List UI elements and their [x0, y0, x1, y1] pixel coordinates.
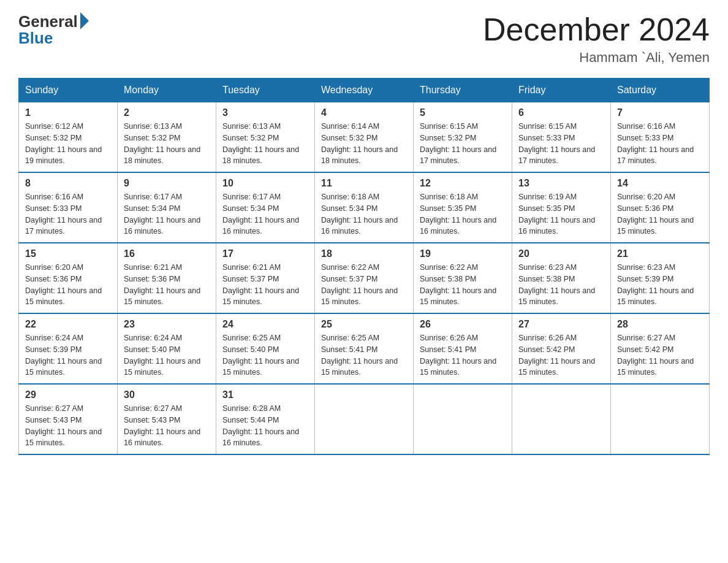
- calendar-day: 18 Sunrise: 6:22 AMSunset: 5:37 PMDaylig…: [315, 243, 414, 313]
- day-info: Sunrise: 6:13 AMSunset: 5:32 PMDaylight:…: [222, 122, 299, 165]
- day-info: Sunrise: 6:27 AMSunset: 5:42 PMDaylight:…: [617, 334, 694, 377]
- day-number: 3: [222, 107, 308, 118]
- day-info: Sunrise: 6:23 AMSunset: 5:38 PMDaylight:…: [518, 263, 595, 306]
- calendar-header-row: SundayMondayTuesdayWednesdayThursdayFrid…: [19, 79, 710, 102]
- day-info: Sunrise: 6:22 AMSunset: 5:37 PMDaylight:…: [321, 263, 398, 306]
- calendar-day: 14 Sunrise: 6:20 AMSunset: 5:36 PMDaylig…: [611, 172, 710, 243]
- day-info: Sunrise: 6:24 AMSunset: 5:40 PMDaylight:…: [124, 334, 200, 377]
- day-number: 25: [321, 319, 407, 330]
- day-info: Sunrise: 6:19 AMSunset: 5:35 PMDaylight:…: [518, 193, 595, 236]
- day-number: 13: [518, 178, 604, 189]
- day-info: Sunrise: 6:26 AMSunset: 5:42 PMDaylight:…: [518, 334, 595, 377]
- day-info: Sunrise: 6:20 AMSunset: 5:36 PMDaylight:…: [25, 263, 102, 306]
- calendar-week-4: 22 Sunrise: 6:24 AMSunset: 5:39 PMDaylig…: [19, 313, 710, 384]
- day-number: 22: [25, 319, 111, 330]
- header-wednesday: Wednesday: [315, 79, 414, 102]
- calendar-week-3: 15 Sunrise: 6:20 AMSunset: 5:36 PMDaylig…: [19, 243, 710, 313]
- calendar-day: 2 Sunrise: 6:13 AMSunset: 5:32 PMDayligh…: [118, 102, 216, 173]
- calendar-day: 30 Sunrise: 6:27 AMSunset: 5:43 PMDaylig…: [118, 384, 216, 454]
- calendar-day: 25 Sunrise: 6:25 AMSunset: 5:41 PMDaylig…: [315, 313, 414, 384]
- calendar-day: [611, 384, 710, 454]
- calendar-table: SundayMondayTuesdayWednesdayThursdayFrid…: [18, 78, 710, 455]
- day-number: 21: [617, 248, 703, 259]
- calendar-day: 5 Sunrise: 6:15 AMSunset: 5:32 PMDayligh…: [414, 102, 512, 173]
- day-number: 5: [420, 107, 506, 118]
- day-number: 28: [617, 319, 703, 330]
- day-info: Sunrise: 6:17 AMSunset: 5:34 PMDaylight:…: [222, 193, 299, 236]
- calendar-day: [512, 384, 611, 454]
- calendar-day: 28 Sunrise: 6:27 AMSunset: 5:42 PMDaylig…: [611, 313, 710, 384]
- day-info: Sunrise: 6:18 AMSunset: 5:34 PMDaylight:…: [321, 193, 398, 236]
- day-info: Sunrise: 6:23 AMSunset: 5:39 PMDaylight:…: [617, 263, 694, 306]
- day-info: Sunrise: 6:14 AMSunset: 5:32 PMDaylight:…: [321, 122, 398, 165]
- calendar-day: 16 Sunrise: 6:21 AMSunset: 5:36 PMDaylig…: [118, 243, 216, 313]
- day-number: 2: [124, 107, 210, 118]
- calendar-day: 26 Sunrise: 6:26 AMSunset: 5:41 PMDaylig…: [414, 313, 512, 384]
- calendar-day: 13 Sunrise: 6:19 AMSunset: 5:35 PMDaylig…: [512, 172, 611, 243]
- day-info: Sunrise: 6:15 AMSunset: 5:32 PMDaylight:…: [420, 122, 496, 165]
- day-info: Sunrise: 6:25 AMSunset: 5:41 PMDaylight:…: [321, 334, 398, 377]
- day-number: 7: [617, 107, 703, 118]
- day-info: Sunrise: 6:27 AMSunset: 5:43 PMDaylight:…: [124, 404, 200, 447]
- day-number: 15: [25, 248, 111, 259]
- day-number: 6: [518, 107, 604, 118]
- day-number: 27: [518, 319, 604, 330]
- calendar-day: 12 Sunrise: 6:18 AMSunset: 5:35 PMDaylig…: [414, 172, 512, 243]
- day-number: 23: [124, 319, 210, 330]
- day-info: Sunrise: 6:28 AMSunset: 5:44 PMDaylight:…: [222, 404, 299, 447]
- header-thursday: Thursday: [414, 79, 512, 102]
- calendar-day: 3 Sunrise: 6:13 AMSunset: 5:32 PMDayligh…: [216, 102, 315, 173]
- title-block: December 2024 Hammam `Ali, Yemen: [483, 12, 710, 66]
- calendar-day: 31 Sunrise: 6:28 AMSunset: 5:44 PMDaylig…: [216, 384, 315, 454]
- day-info: Sunrise: 6:18 AMSunset: 5:35 PMDaylight:…: [420, 193, 496, 236]
- day-number: 10: [222, 178, 308, 189]
- calendar-day: 29 Sunrise: 6:27 AMSunset: 5:43 PMDaylig…: [19, 384, 118, 454]
- calendar-day: 9 Sunrise: 6:17 AMSunset: 5:34 PMDayligh…: [118, 172, 216, 243]
- calendar-week-1: 1 Sunrise: 6:12 AMSunset: 5:32 PMDayligh…: [19, 102, 710, 173]
- day-number: 19: [420, 248, 506, 259]
- calendar-week-5: 29 Sunrise: 6:27 AMSunset: 5:43 PMDaylig…: [19, 384, 710, 454]
- header-sunday: Sunday: [19, 79, 118, 102]
- day-number: 4: [321, 107, 407, 118]
- calendar-day: 21 Sunrise: 6:23 AMSunset: 5:39 PMDaylig…: [611, 243, 710, 313]
- day-info: Sunrise: 6:16 AMSunset: 5:33 PMDaylight:…: [617, 122, 694, 165]
- header-friday: Friday: [512, 79, 611, 102]
- logo: General Blue: [18, 12, 89, 48]
- logo-blue-text: Blue: [18, 29, 89, 48]
- day-number: 1: [25, 107, 111, 118]
- day-info: Sunrise: 6:20 AMSunset: 5:36 PMDaylight:…: [617, 193, 694, 236]
- day-info: Sunrise: 6:21 AMSunset: 5:37 PMDaylight:…: [222, 263, 299, 306]
- day-number: 26: [420, 319, 506, 330]
- day-info: Sunrise: 6:24 AMSunset: 5:39 PMDaylight:…: [25, 334, 102, 377]
- calendar-day: 20 Sunrise: 6:23 AMSunset: 5:38 PMDaylig…: [512, 243, 611, 313]
- day-info: Sunrise: 6:26 AMSunset: 5:41 PMDaylight:…: [420, 334, 496, 377]
- calendar-week-2: 8 Sunrise: 6:16 AMSunset: 5:33 PMDayligh…: [19, 172, 710, 243]
- calendar-day: 19 Sunrise: 6:22 AMSunset: 5:38 PMDaylig…: [414, 243, 512, 313]
- day-number: 14: [617, 178, 703, 189]
- calendar-day: 10 Sunrise: 6:17 AMSunset: 5:34 PMDaylig…: [216, 172, 315, 243]
- day-info: Sunrise: 6:22 AMSunset: 5:38 PMDaylight:…: [420, 263, 496, 306]
- calendar-day: 27 Sunrise: 6:26 AMSunset: 5:42 PMDaylig…: [512, 313, 611, 384]
- calendar-day: [315, 384, 414, 454]
- day-number: 12: [420, 178, 506, 189]
- calendar-day: 17 Sunrise: 6:21 AMSunset: 5:37 PMDaylig…: [216, 243, 315, 313]
- calendar-day: 7 Sunrise: 6:16 AMSunset: 5:33 PMDayligh…: [611, 102, 710, 173]
- calendar-day: 22 Sunrise: 6:24 AMSunset: 5:39 PMDaylig…: [19, 313, 118, 384]
- day-number: 8: [25, 178, 111, 189]
- calendar-day: [414, 384, 512, 454]
- logo-triangle-icon: [80, 12, 89, 29]
- day-info: Sunrise: 6:13 AMSunset: 5:32 PMDaylight:…: [124, 122, 200, 165]
- day-number: 30: [124, 389, 210, 400]
- calendar-day: 15 Sunrise: 6:20 AMSunset: 5:36 PMDaylig…: [19, 243, 118, 313]
- day-info: Sunrise: 6:16 AMSunset: 5:33 PMDaylight:…: [25, 193, 102, 236]
- calendar-day: 4 Sunrise: 6:14 AMSunset: 5:32 PMDayligh…: [315, 102, 414, 173]
- day-number: 31: [222, 389, 308, 400]
- day-info: Sunrise: 6:17 AMSunset: 5:34 PMDaylight:…: [124, 193, 200, 236]
- day-number: 17: [222, 248, 308, 259]
- day-number: 20: [518, 248, 604, 259]
- month-year-title: December 2024: [483, 12, 710, 47]
- calendar-day: 1 Sunrise: 6:12 AMSunset: 5:32 PMDayligh…: [19, 102, 118, 173]
- day-info: Sunrise: 6:21 AMSunset: 5:36 PMDaylight:…: [124, 263, 200, 306]
- day-number: 18: [321, 248, 407, 259]
- day-info: Sunrise: 6:12 AMSunset: 5:32 PMDaylight:…: [25, 122, 102, 165]
